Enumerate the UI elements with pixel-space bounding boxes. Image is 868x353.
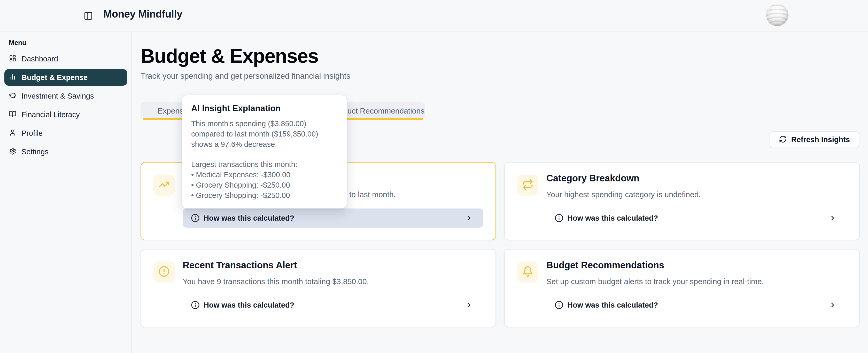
sidebar: Menu Dashboard Budget & Expense Investme… — [0, 32, 132, 353]
sidebar-item-profile[interactable]: Profile — [4, 125, 127, 141]
popover-title: AI Insight Explanation — [191, 103, 337, 113]
sidebar-item-label: Settings — [22, 148, 49, 156]
popover-transaction-item: • Grocery Shopping: -$250.00 — [191, 190, 337, 201]
sidebar-item-dashboard[interactable]: Dashboard — [4, 50, 127, 67]
book-open-icon — [9, 110, 16, 119]
popover-transactions-heading: Largest transactions this month: — [191, 159, 337, 170]
chevron-right-icon — [829, 214, 836, 222]
sidebar-item-label: Budget & Expense — [22, 73, 88, 82]
card-title: Budget Recommendations — [547, 259, 664, 271]
card-recent-transactions-alert: Recent Transactions Alert You have 9 tra… — [141, 249, 496, 327]
refresh-icon — [779, 135, 787, 144]
info-icon — [555, 214, 563, 222]
sidebar-nav: Dashboard Budget & Expense Investment & … — [4, 50, 127, 162]
card-subtitle: Your highest spending category is undefi… — [547, 189, 701, 200]
sidebar-item-settings[interactable]: Settings — [4, 143, 127, 160]
chevron-right-icon — [465, 214, 473, 222]
icon-box — [517, 174, 538, 196]
sidebar-item-label: Financial Literacy — [22, 110, 80, 119]
how-calculated-label: How was this calculated? — [204, 301, 294, 309]
panel-left-icon — [84, 17, 93, 21]
dashboard-grid-icon — [9, 55, 16, 63]
refresh-insights-button[interactable]: Refresh Insights — [770, 131, 859, 148]
card-category-breakdown: Category Breakdown Your highest spending… — [504, 162, 860, 240]
sidebar-item-label: Profile — [22, 129, 43, 138]
refresh-insights-label: Refresh Insights — [791, 136, 850, 144]
how-calculated-button[interactable]: How was this calculated? — [183, 295, 483, 315]
info-icon — [555, 301, 563, 309]
how-calculated-label: How was this calculated? — [567, 301, 658, 309]
how-calculated-button[interactable]: How was this calculated? — [547, 209, 847, 227]
sidebar-item-investment-savings[interactable]: Investment & Savings — [4, 88, 127, 104]
chevron-right-icon — [465, 301, 473, 309]
ai-insight-popover: AI Insight Explanation This month's spen… — [182, 95, 347, 209]
alert-circle-icon — [158, 266, 170, 278]
how-calculated-button[interactable]: How was this calculated? — [183, 209, 483, 227]
info-icon — [191, 214, 200, 222]
how-calculated-label: How was this calculated? — [204, 214, 294, 222]
popover-summary-text: This month's spending ($3,850.00) compar… — [191, 118, 337, 149]
info-icon — [191, 301, 200, 309]
popover-transaction-item: • Medical Expenses: -$300.00 — [191, 170, 337, 180]
bell-icon — [522, 266, 533, 278]
card-title: Category Breakdown — [547, 172, 640, 184]
sidebar-item-label: Dashboard — [22, 55, 58, 63]
app-title: Money Mindfully — [103, 8, 182, 20]
sidebar-toggle-button[interactable] — [83, 11, 94, 21]
card-subtitle: Set up custom budget alerts to track you… — [547, 276, 764, 287]
user-icon — [9, 129, 16, 137]
popover-body: This month's spending ($3,850.00) compar… — [191, 118, 337, 201]
top-header: Money Mindfully — [0, 0, 868, 32]
page-title: Budget & Expenses — [141, 45, 318, 67]
card-title: Recent Transactions Alert — [183, 259, 297, 271]
gear-icon — [9, 148, 16, 156]
user-avatar[interactable] — [766, 4, 788, 26]
popover-transaction-item: • Grocery Shopping: -$250.00 — [191, 180, 337, 190]
trending-up-icon — [158, 179, 170, 191]
app-root: Money Mindfully Menu Dashboard Budget & … — [0, 0, 868, 353]
sidebar-item-label: Investment & Savings — [22, 92, 94, 100]
bar-chart-icon — [9, 73, 16, 81]
page-subtitle: Track your spending and get personalized… — [141, 71, 350, 81]
sidebar-section-label: Menu — [9, 39, 26, 47]
sidebar-item-budget-expense[interactable]: Budget & Expense — [4, 69, 127, 86]
icon-box — [153, 261, 175, 283]
how-calculated-button[interactable]: How was this calculated? — [547, 295, 847, 315]
how-calculated-label: How was this calculated? — [567, 214, 658, 222]
icon-box — [517, 261, 538, 283]
piggy-bank-icon — [9, 92, 16, 100]
repeat-icon — [522, 179, 533, 191]
sidebar-item-financial-literacy[interactable]: Financial Literacy — [4, 106, 127, 123]
card-budget-recommendations: Budget Recommendations Set up custom bud… — [504, 249, 860, 327]
card-subtitle: You have 9 transactions this month total… — [183, 276, 369, 287]
icon-box — [153, 174, 175, 196]
chevron-right-icon — [829, 301, 836, 309]
main-content: Budget & Expenses Track your spending an… — [132, 32, 868, 353]
